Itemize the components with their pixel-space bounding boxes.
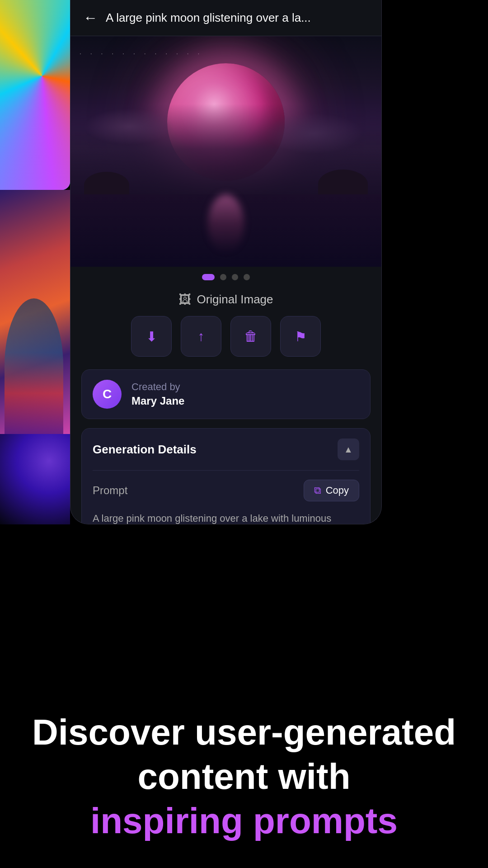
- page-title: A large pink moon glistening over a la..…: [106, 11, 369, 25]
- trash-icon: 🗑: [244, 329, 258, 344]
- flag-button[interactable]: ⚑: [280, 316, 321, 357]
- prompt-text: A large pink moon glistening over a lake…: [82, 506, 370, 524]
- action-buttons-row: ⬇ ↑ 🗑 ⚑: [70, 316, 381, 369]
- prompt-row: Prompt ⧉ Copy: [82, 471, 370, 506]
- flag-icon: ⚑: [295, 329, 307, 344]
- bottom-text-area: Discover user-generated content with ins…: [0, 712, 488, 841]
- avatar: C: [93, 380, 122, 409]
- bottom-line3: inspiring prompts: [27, 801, 461, 841]
- back-button[interactable]: ←: [83, 9, 98, 26]
- bottom-line2: content with: [27, 757, 461, 797]
- image-icon: 🖼: [178, 292, 191, 307]
- generation-details-title: Generation Details: [93, 443, 197, 457]
- original-image-label: 🖼 Original Image: [70, 288, 381, 316]
- generation-details-card: Generation Details ▲ Prompt ⧉ Copy A lar…: [81, 428, 371, 524]
- chevron-up-icon: ▲: [344, 444, 353, 455]
- phone-topbar: ← A large pink moon glistening over a la…: [70, 0, 381, 36]
- moon-image: [70, 36, 381, 267]
- creator-card: C Created by Mary Jane: [81, 369, 371, 419]
- copy-label: Copy: [326, 485, 349, 496]
- copy-icon: ⧉: [314, 485, 321, 496]
- dot-2[interactable]: [220, 274, 226, 280]
- dot-3[interactable]: [232, 274, 238, 280]
- created-by-label: Created by: [131, 381, 184, 393]
- right-side-bg: [382, 0, 488, 524]
- delete-button[interactable]: 🗑: [230, 316, 271, 357]
- phone-frame: ← A large pink moon glistening over a la…: [70, 0, 382, 524]
- creator-info: Created by Mary Jane: [131, 381, 184, 407]
- bottom-line1: Discover user-generated: [27, 712, 461, 752]
- bg-left-mid: [0, 190, 70, 434]
- share-icon: ↑: [198, 329, 205, 344]
- water-reflection: [70, 194, 381, 267]
- original-image-text: Original Image: [197, 292, 273, 307]
- generation-details-header: Generation Details ▲: [82, 429, 370, 470]
- download-button[interactable]: ⬇: [131, 316, 172, 357]
- copy-button[interactable]: ⧉ Copy: [304, 480, 359, 501]
- creator-name: Mary Jane: [131, 395, 184, 407]
- bg-left-top: [0, 0, 70, 190]
- carousel-dots: [70, 267, 381, 288]
- dot-4[interactable]: [244, 274, 250, 280]
- share-button[interactable]: ↑: [181, 316, 221, 357]
- download-icon: ⬇: [146, 329, 157, 344]
- dot-1[interactable]: [202, 274, 215, 280]
- bg-left-bot: [0, 434, 70, 524]
- prompt-label: Prompt: [93, 484, 127, 497]
- collapse-button[interactable]: ▲: [338, 439, 359, 460]
